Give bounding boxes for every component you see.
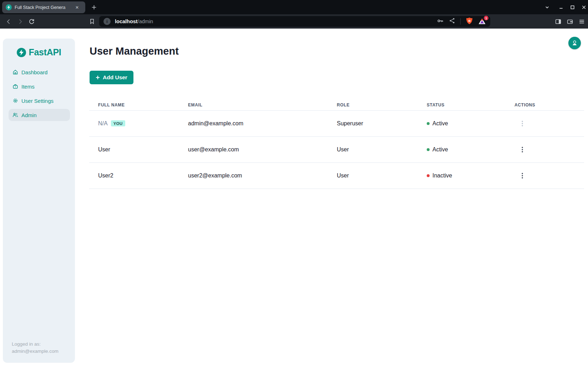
maximize-icon[interactable] <box>568 3 577 11</box>
url-host: localhost <box>115 19 138 24</box>
sidebar-item-items[interactable]: Items <box>3 80 75 92</box>
brave-rewards-icon[interactable]: 1 <box>478 17 486 25</box>
user-icon <box>571 40 578 46</box>
sidebar-item-user-settings[interactable]: User Settings <box>3 95 75 107</box>
brave-shield-icon[interactable] <box>466 17 473 26</box>
minimize-icon[interactable] <box>557 3 565 11</box>
users-table: FULL NAME EMAIL ROLE STATUS ACTIONS N/AY… <box>89 99 584 189</box>
back-icon[interactable] <box>4 17 13 25</box>
browser-toolbar: i localhost/admin <box>0 14 588 29</box>
cell-status: Active <box>427 146 514 153</box>
info-icon[interactable]: i <box>103 18 111 25</box>
cell-full-name: N/AYOU <box>98 120 188 127</box>
plus-icon <box>96 75 100 80</box>
cell-email: user2@example.com <box>188 172 337 179</box>
address-bar[interactable]: i localhost/admin <box>99 16 490 27</box>
gear-icon <box>12 98 18 104</box>
page-title: User Management <box>90 45 179 57</box>
tab-search-chevron-down-icon[interactable] <box>543 3 551 11</box>
fastapi-logo: FastAPI <box>3 47 75 57</box>
cell-full-name: User2 <box>98 172 188 179</box>
bookmark-icon[interactable] <box>88 17 96 25</box>
column-header-actions: ACTIONS <box>514 102 584 107</box>
tab-strip: Full Stack Project Genera ✕ <box>0 0 588 14</box>
share-icon[interactable] <box>449 17 455 25</box>
sidebar-item-label: Admin <box>21 112 37 118</box>
column-header-email: EMAIL <box>188 102 337 107</box>
side-panel-icon[interactable] <box>554 17 562 25</box>
tab-title: Full Stack Project Genera <box>15 5 74 10</box>
table-row: N/AYOU admin@example.com Superuser Activ… <box>89 111 584 137</box>
tab-close-icon[interactable]: ✕ <box>74 4 80 11</box>
column-header-status: STATUS <box>427 102 514 107</box>
fastapi-bolt-icon <box>6 4 12 10</box>
sidebar-item-label: User Settings <box>21 98 54 104</box>
cell-role: User <box>337 172 427 179</box>
logged-in-label: Logged in as: <box>12 341 59 348</box>
sidebar-footer: Logged in as: admin@example.com <box>12 341 59 355</box>
page-content: FastAPI Dashboard Items <box>0 29 588 366</box>
table-row: User user@example.com User Active <box>89 137 584 163</box>
reload-icon[interactable] <box>27 17 36 25</box>
you-badge: YOU <box>111 120 125 126</box>
users-icon <box>12 112 18 118</box>
wallet-icon[interactable] <box>566 17 574 25</box>
logo-text: FastAPI <box>29 47 61 57</box>
column-header-full-name: FULL NAME <box>98 102 188 107</box>
fastapi-bolt-icon <box>17 48 26 57</box>
row-actions-menu-icon[interactable] <box>518 171 527 180</box>
new-tab-button[interactable] <box>90 3 98 11</box>
cell-status: Inactive <box>427 172 514 179</box>
sidebar-nav: Dashboard Items User Settings <box>3 66 75 121</box>
cell-email: user@example.com <box>188 146 337 153</box>
row-actions-menu-icon[interactable] <box>518 145 527 154</box>
add-user-button[interactable]: Add User <box>90 71 133 84</box>
sidebar-item-label: Items <box>21 84 35 90</box>
add-user-label: Add User <box>103 74 127 81</box>
briefcase-icon <box>12 84 18 89</box>
user-menu-button[interactable] <box>568 37 581 49</box>
cell-status: Active <box>427 120 514 127</box>
status-dot <box>427 122 430 125</box>
cell-full-name: User <box>98 146 188 153</box>
cell-role: User <box>337 146 427 153</box>
rewards-notification-badge: 1 <box>484 16 488 20</box>
close-icon[interactable] <box>579 3 588 11</box>
sidebar-item-admin[interactable]: Admin <box>9 109 70 121</box>
forward-icon[interactable] <box>16 17 24 25</box>
cell-role: Superuser <box>337 120 427 127</box>
divider <box>460 18 461 25</box>
status-dot <box>427 174 430 177</box>
table-row: User2 user2@example.com User Inactive <box>89 163 584 189</box>
sidebar-item-label: Dashboard <box>21 69 47 75</box>
sidebar-item-dashboard[interactable]: Dashboard <box>3 66 75 78</box>
column-header-role: ROLE <box>337 102 427 107</box>
logged-in-email: admin@example.com <box>12 348 59 355</box>
key-icon[interactable] <box>437 17 444 26</box>
url-path: /admin <box>138 19 153 24</box>
url-text: localhost/admin <box>115 19 153 24</box>
home-icon <box>12 69 18 75</box>
status-dot <box>427 148 430 151</box>
table-header-row: FULL NAME EMAIL ROLE STATUS ACTIONS <box>89 99 584 111</box>
browser-tab[interactable]: Full Stack Project Genera ✕ <box>2 1 85 13</box>
sidebar: FastAPI Dashboard Items <box>3 39 75 363</box>
menu-icon[interactable] <box>577 17 586 25</box>
row-actions-menu-icon <box>518 119 527 128</box>
cell-email: admin@example.com <box>188 120 337 127</box>
